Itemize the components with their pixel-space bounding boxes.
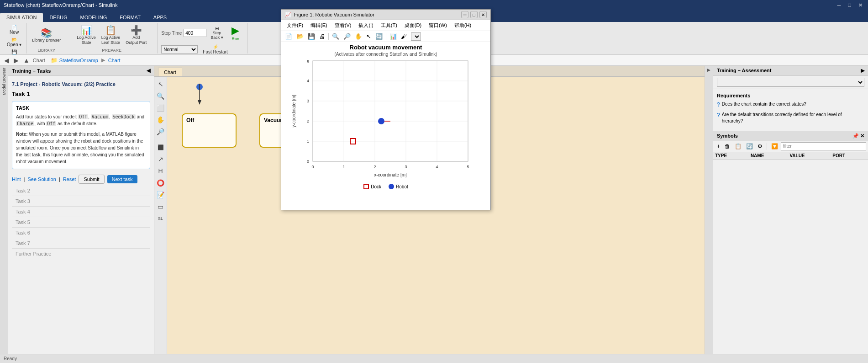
- sym-copy-btn[interactable]: 📋: [733, 142, 743, 150]
- menu-insert[interactable]: 插入(I): [355, 21, 377, 30]
- note-tool[interactable]: 📝: [155, 189, 166, 200]
- symbols-panel: Symbols 📌 ✕ + 🗑 📋 🔄 ⚙ 🔽: [713, 131, 868, 354]
- fig-select[interactable]: ↖: [364, 32, 373, 41]
- fig-zoom-out[interactable]: 🔎: [342, 32, 352, 41]
- left-panel-collapse[interactable]: ◀: [147, 68, 150, 74]
- next-task-button[interactable]: Next task: [107, 175, 137, 183]
- task2-item[interactable]: Task 2: [12, 186, 150, 196]
- menu-desktop[interactable]: 桌面(D): [401, 21, 425, 30]
- fig-zoom-in[interactable]: 🔍: [330, 32, 341, 41]
- run-button[interactable]: ▶ Run: [227, 24, 244, 42]
- state-tool[interactable]: ⬛: [155, 142, 166, 153]
- reset-link[interactable]: Reset: [63, 176, 76, 182]
- open-button[interactable]: 📂 Open ▾: [5, 36, 24, 48]
- simulation-mode-select[interactable]: Normal Accelerator: [161, 45, 198, 53]
- fig-brush[interactable]: 🖌: [399, 32, 409, 41]
- tab-apps[interactable]: APPS: [147, 13, 173, 22]
- menu-view[interactable]: 查看(V): [331, 21, 355, 30]
- select-tool[interactable]: ↖: [155, 79, 166, 90]
- figure-title-buttons: ─ □ ✕: [461, 11, 487, 18]
- breadcrumb-path1[interactable]: StateflowOnramp: [59, 58, 98, 63]
- tab-simulation[interactable]: SIMULATION: [0, 13, 43, 22]
- symbols-filter-input[interactable]: [781, 142, 866, 150]
- sym-settings-btn[interactable]: ⚙: [756, 142, 764, 150]
- fig-new[interactable]: 📄: [283, 32, 294, 41]
- area-tool[interactable]: ▭: [155, 201, 166, 212]
- tab-format[interactable]: FORMAT: [113, 13, 147, 22]
- assessment-select[interactable]: [717, 78, 864, 87]
- close-button[interactable]: ✕: [857, 2, 864, 8]
- nav-up-button[interactable]: ▲: [22, 57, 31, 64]
- see-solution-link[interactable]: See Solution: [27, 176, 56, 182]
- figure-minimize[interactable]: ─: [461, 11, 468, 18]
- figure-maximize[interactable]: □: [470, 11, 478, 18]
- fig-open[interactable]: 📂: [295, 32, 305, 41]
- sym-refresh-btn[interactable]: 🔄: [744, 142, 755, 150]
- task4-item[interactable]: Task 4: [12, 207, 150, 217]
- svg-text:3: 3: [307, 99, 309, 103]
- menu-window[interactable]: 窗口(W): [425, 21, 451, 30]
- tab-modeling[interactable]: MODELING: [74, 13, 114, 22]
- task6-item[interactable]: Task 6: [12, 228, 150, 238]
- sym-filter-btn[interactable]: 🔽: [769, 142, 780, 150]
- zoom-out-tool[interactable]: 🔎: [155, 126, 166, 137]
- fig-print[interactable]: 🖨: [317, 32, 327, 41]
- library-browser-button[interactable]: 📚 Library Browser: [30, 27, 63, 44]
- hint-link[interactable]: Hint: [12, 176, 21, 182]
- task-box-text: Add four states to your model: Off, Vacu…: [16, 113, 146, 127]
- zoom-area-tool[interactable]: ⬜: [155, 102, 166, 113]
- simulink-tool[interactable]: SL: [155, 213, 166, 224]
- fig-rotate[interactable]: 🔄: [374, 32, 384, 41]
- symbols-pin[interactable]: 📌: [852, 133, 859, 139]
- figure-close[interactable]: ✕: [479, 11, 487, 18]
- symbols-close[interactable]: ✕: [860, 133, 864, 139]
- menu-file[interactable]: 文件(F): [283, 21, 307, 30]
- further-practice-item[interactable]: Further Practice: [12, 249, 150, 259]
- submit-button[interactable]: Submit: [79, 175, 104, 184]
- history-tool[interactable]: H: [155, 165, 166, 176]
- junction-tool[interactable]: ⭕: [155, 177, 166, 188]
- sym-add-btn[interactable]: +: [715, 142, 722, 150]
- library-icon: 📚: [41, 28, 52, 37]
- stop-time-label: Stop Time: [161, 31, 182, 36]
- pan-tool[interactable]: ✋: [155, 114, 166, 125]
- menu-tools[interactable]: 工具(T): [377, 21, 401, 30]
- task5-item[interactable]: Task 5: [12, 217, 150, 228]
- prepare-group: 📊 Log ActiveState 📋 Log ActiveLeaf State…: [66, 23, 158, 53]
- assessment-dropdown[interactable]: [713, 76, 868, 89]
- fig-save[interactable]: 💾: [306, 32, 317, 41]
- transition-tool[interactable]: ↗: [155, 154, 166, 165]
- maximize-button[interactable]: □: [846, 2, 853, 8]
- canvas-right-tab[interactable]: ▶: [707, 68, 710, 72]
- nav-forward-button[interactable]: ▶: [12, 57, 20, 64]
- step-back-icon: ⏮: [215, 26, 219, 31]
- simulate-group: Stop Time ⏮ StepBack ▾ ▶ Run Normal Acce…: [158, 23, 248, 53]
- side-panel-tab[interactable]: Model Browser: [0, 66, 8, 354]
- step-back-button[interactable]: ⏮ StepBack ▾: [208, 24, 226, 42]
- menu-help[interactable]: 帮助(H): [451, 21, 475, 30]
- log-active-state-button[interactable]: 📊 Log ActiveState: [74, 24, 98, 47]
- tab-debug[interactable]: DEBUG: [43, 13, 74, 22]
- nav-back-button[interactable]: ◀: [3, 57, 11, 64]
- task7-item[interactable]: Task 7: [12, 238, 150, 249]
- minimize-button[interactable]: ─: [836, 2, 843, 8]
- fig-data-cursor[interactable]: 📊: [388, 32, 399, 41]
- menu-edit[interactable]: 编辑(E): [307, 21, 331, 30]
- new-button[interactable]: 📄 New: [5, 24, 24, 36]
- state-off[interactable]: Off: [182, 113, 237, 148]
- fig-pan[interactable]: ✋: [353, 32, 364, 41]
- breadcrumb-path2[interactable]: Chart: [108, 58, 121, 63]
- chart-tab[interactable]: Chart: [158, 68, 182, 76]
- log-active-leaf-button[interactable]: 📋 Log ActiveLeaf State: [99, 24, 123, 47]
- sym-delete-btn[interactable]: 🗑: [723, 142, 732, 150]
- task3-item[interactable]: Task 3: [12, 196, 150, 207]
- svg-text:1: 1: [307, 139, 309, 144]
- model-browser-tab[interactable]: Model Browser: [2, 68, 6, 95]
- right-panel-collapse[interactable]: ▶: [861, 68, 864, 74]
- prepare-group-label: PREPARE: [102, 47, 121, 53]
- zoom-in-tool[interactable]: 🔍: [155, 91, 166, 101]
- stop-time-input[interactable]: [184, 29, 206, 37]
- fast-restart-button[interactable]: ⚡ Fast Restart: [200, 43, 231, 56]
- fig-colormap-select[interactable]: [411, 32, 421, 41]
- add-output-port-button[interactable]: ➕ AddOutput Port: [123, 24, 149, 47]
